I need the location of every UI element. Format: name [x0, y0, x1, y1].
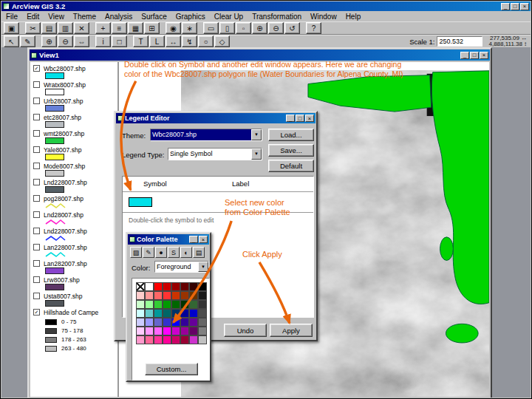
menu-item-edit[interactable]: Edit [22, 13, 44, 21]
zoom-in-tool[interactable]: ⊕ [41, 35, 57, 47]
color-swatch[interactable] [145, 327, 154, 335]
theme-symbol-swatch[interactable] [45, 186, 64, 194]
theme-symbol-swatch[interactable] [45, 121, 64, 129]
theme-checkbox[interactable] [33, 293, 40, 299]
current-symbol-swatch[interactable] [129, 197, 152, 207]
theme-checkbox[interactable] [33, 163, 40, 169]
menu-item-view[interactable]: View [44, 13, 69, 21]
color-swatch[interactable] [180, 327, 189, 335]
zoom-out-tool[interactable]: ⊖ [58, 35, 73, 47]
color-swatch[interactable] [136, 318, 145, 327]
find-button[interactable]: ◉ [166, 22, 181, 34]
color-swatch[interactable] [189, 309, 198, 318]
view1-minimize-button[interactable]: _ [460, 52, 469, 59]
view1-close-button[interactable]: × [480, 52, 488, 59]
draw-tool[interactable]: ○ [198, 35, 214, 47]
color-swatch[interactable] [145, 282, 154, 291]
theme-checkbox[interactable] [33, 195, 40, 202]
color-swatch[interactable] [145, 335, 154, 344]
pointer-tool[interactable]: ↖ [4, 35, 19, 47]
theme-symbol-swatch[interactable] [45, 284, 64, 292]
font-palette-tool[interactable]: S [168, 247, 180, 258]
theme-checkbox[interactable] [33, 130, 40, 137]
theme-checkbox[interactable] [33, 228, 40, 234]
color-swatch[interactable] [198, 291, 207, 300]
theme-checkbox[interactable]: ✓ [33, 65, 40, 72]
color-swatch[interactable] [171, 309, 180, 318]
marker-palette-tool[interactable]: ● [155, 247, 167, 258]
menu-item-theme[interactable]: Theme [69, 13, 100, 21]
color-swatch[interactable] [154, 327, 163, 335]
color-swatch[interactable] [171, 300, 180, 309]
hillshade-theme-item[interactable]: ✓Hillshade of Campe [32, 308, 117, 318]
help-button[interactable]: ? [306, 22, 321, 34]
color-swatch[interactable] [163, 318, 171, 327]
theme-symbol-swatch[interactable] [45, 251, 66, 259]
color-swatch[interactable] [136, 300, 145, 309]
color-swatch[interactable] [154, 309, 163, 318]
theme-dropdown-arrow-icon[interactable]: ▼ [251, 129, 262, 140]
color-swatch[interactable] [171, 282, 180, 291]
menu-item-surface[interactable]: Surface [137, 13, 171, 21]
color-swatch[interactable] [189, 282, 198, 291]
app-minimize-button[interactable]: _ [501, 3, 510, 10]
color-target-dropdown[interactable]: Foreground ▼ [154, 261, 209, 273]
color-swatch[interactable] [163, 291, 171, 300]
color-swatch[interactable] [189, 335, 198, 344]
color-palette-tool[interactable]: ◐ [180, 247, 192, 258]
theme-symbol-swatch[interactable] [45, 89, 64, 97]
color-swatch[interactable] [163, 300, 171, 309]
theme-symbol-swatch[interactable] [45, 72, 64, 81]
color-swatch[interactable] [198, 335, 207, 344]
color-swatch[interactable] [154, 335, 163, 344]
color-swatch[interactable] [180, 318, 189, 327]
menu-item-help[interactable]: Help [341, 13, 366, 21]
theme-checkbox[interactable] [33, 98, 40, 104]
color-swatch[interactable] [163, 309, 171, 318]
color-swatch[interactable] [136, 335, 145, 344]
color-swatch[interactable] [136, 327, 145, 335]
menu-item-window[interactable]: Window [306, 13, 341, 21]
legend-theme-item[interactable]: etc28007.shp [32, 113, 117, 129]
color-swatch[interactable] [189, 291, 198, 300]
legend-theme-item[interactable]: Wratx8007.shp [32, 81, 117, 97]
color-swatch[interactable] [180, 282, 189, 291]
zoom-previous-button[interactable]: ↺ [284, 22, 300, 34]
default-button[interactable]: Default [268, 160, 314, 172]
theme-symbol-swatch[interactable] [45, 202, 66, 211]
color-swatch[interactable] [163, 327, 171, 335]
app-maximize-button[interactable]: □ [511, 3, 519, 10]
legend-editor-minimize-button[interactable]: _ [286, 115, 295, 122]
edit-legend-button[interactable]: ▦ [128, 22, 143, 34]
color-palette-close-button[interactable]: × [199, 236, 208, 243]
legend-editor-close-button[interactable]: × [305, 115, 314, 122]
cut-button[interactable]: ✂ [25, 22, 41, 34]
legend-theme-item[interactable]: pog28007.shp [32, 194, 117, 211]
zoom-full-extent-button[interactable]: ▭ [203, 22, 219, 34]
theme-symbol-swatch[interactable] [45, 300, 64, 308]
legend-type-dropdown[interactable]: Single Symbol ▼ [168, 148, 262, 160]
legend-theme-item[interactable]: Urb28007.shp [32, 97, 117, 113]
color-swatch[interactable] [180, 309, 189, 318]
color-swatch[interactable] [171, 291, 180, 300]
theme-checkbox[interactable] [33, 276, 40, 283]
identify-tool[interactable]: i [95, 35, 111, 47]
app-titlebar[interactable]: ArcView GIS 3.2 _ □ × [1, 1, 531, 11]
legend-theme-item[interactable]: ✓Wbc28007.shp [32, 64, 117, 81]
legend-theme-item[interactable]: Lnd28007.shp [32, 211, 117, 227]
load-button[interactable]: Load... [268, 129, 314, 141]
apply-button[interactable]: Apply [270, 324, 313, 337]
no-color-swatch[interactable] [136, 282, 145, 291]
color-swatch[interactable] [145, 291, 154, 300]
color-swatch[interactable] [136, 309, 145, 318]
color-swatch[interactable] [154, 318, 163, 327]
copy-button[interactable]: ▤ [41, 22, 57, 34]
undo-button[interactable]: Undo [224, 324, 267, 337]
theme-checkbox[interactable] [33, 260, 40, 267]
legend-theme-item[interactable]: Lnd228007.shp [32, 178, 117, 194]
menu-item-analysis[interactable]: Analysis [100, 13, 137, 21]
color-swatch[interactable] [171, 318, 180, 327]
theme-dropdown[interactable]: Wbc28007.shp ▼ [150, 129, 262, 141]
legend-type-arrow-icon[interactable]: ▼ [251, 149, 262, 160]
legend-theme-item[interactable]: Mode8007.shp [32, 162, 117, 178]
